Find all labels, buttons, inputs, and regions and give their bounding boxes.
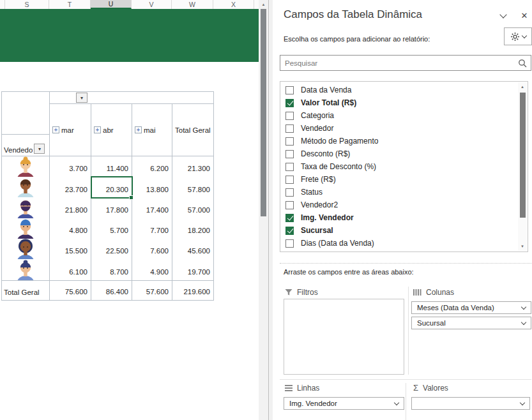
vendedor-avatar-cell[interactable]: [2, 198, 50, 218]
column-header-W[interactable]: W: [172, 0, 213, 9]
vendedor-avatar-cell[interactable]: [2, 259, 50, 280]
column-header-abr[interactable]: + abr: [91, 104, 132, 156]
colunas-field-pill[interactable]: Meses (Data da Venda): [411, 301, 531, 314]
pivot-value-cell[interactable]: 6.200: [132, 156, 172, 177]
pivot-value-cell[interactable]: 11.400: [91, 156, 132, 177]
search-input[interactable]: [280, 59, 518, 67]
pivot-value-cell[interactable]: 57.000: [172, 198, 213, 218]
vendedor-avatar-cell[interactable]: [2, 156, 50, 177]
field-checkbox[interactable]: [285, 227, 294, 235]
pivot-row-field-cell[interactable]: Vendedo ▾: [2, 135, 50, 156]
field-checkbox[interactable]: [285, 137, 294, 146]
scroll-up-icon[interactable]: ▲: [518, 82, 527, 91]
vendedor-avatar-cell[interactable]: [2, 239, 50, 259]
field-item[interactable]: Categoria: [280, 109, 528, 122]
linhas-field-pill[interactable]: Img. Vendedor: [284, 397, 404, 410]
green-banner-shape[interactable]: [0, 9, 259, 62]
pivot-value-cell[interactable]: 20.300: [91, 177, 132, 197]
field-checkbox[interactable]: [285, 150, 294, 158]
sheet-vertical-scrollbar[interactable]: ▲: [259, 0, 268, 420]
pivot-value-cell[interactable]: 18.200: [172, 218, 213, 239]
field-checkbox[interactable]: [285, 176, 294, 184]
scroll-down-icon[interactable]: ▼: [518, 242, 527, 251]
vendedor-avatar-cell[interactable]: [2, 218, 50, 239]
tools-button[interactable]: [504, 27, 532, 45]
pane-resize-gutter[interactable]: [269, 0, 273, 420]
field-item[interactable]: Sucursal: [280, 224, 528, 237]
pivot-value-cell[interactable]: 13.800: [132, 177, 172, 197]
field-item[interactable]: Frete (R$): [280, 173, 528, 186]
pivot-value-cell[interactable]: 3.700: [50, 156, 91, 177]
field-checkbox[interactable]: [285, 201, 294, 209]
field-checkbox[interactable]: [285, 124, 294, 133]
pane-close-button[interactable]: ✕: [518, 9, 531, 22]
pivot-value-cell[interactable]: 19.700: [172, 259, 213, 280]
pivot-value-cell[interactable]: 23.700: [50, 177, 91, 197]
column-header-S[interactable]: S: [5, 0, 49, 9]
field-list-scrollbar[interactable]: ▲ ▼: [518, 82, 527, 251]
field-item[interactable]: Img. Vendedor: [280, 211, 528, 224]
pivot-column-field-cell[interactable]: ▾: [50, 92, 213, 104]
scrollbar-thumb[interactable]: [520, 93, 526, 218]
pivot-value-cell[interactable]: 57.800: [172, 177, 213, 197]
grand-total-value-cell[interactable]: 57.600: [132, 280, 172, 300]
pivot-value-cell[interactable]: 4.900: [132, 259, 172, 280]
pivot-value-cell[interactable]: 6.100: [50, 259, 91, 280]
pivot-value-cell[interactable]: 7.600: [132, 239, 172, 259]
scrollbar-thumb[interactable]: [261, 9, 266, 216]
field-item[interactable]: Valor Total (R$): [280, 96, 528, 109]
columns-items: Meses (Data da Venda)Sucursal: [411, 301, 531, 332]
field-checkbox[interactable]: [285, 188, 294, 197]
column-header-mar[interactable]: + mar: [50, 104, 91, 156]
pivot-value-cell[interactable]: 4.800: [50, 218, 91, 239]
scroll-up-icon[interactable]: ▲: [259, 0, 268, 8]
column-field-filter-button[interactable]: ▾: [76, 93, 87, 103]
pivot-value-cell[interactable]: 21.300: [172, 156, 213, 177]
field-item[interactable]: Desconto (R$): [280, 147, 528, 160]
column-header-V[interactable]: V: [132, 0, 172, 9]
valores-field-pill[interactable]: [411, 397, 530, 410]
field-checkbox[interactable]: [285, 163, 294, 171]
expand-icon[interactable]: +: [94, 126, 101, 133]
column-header-partial[interactable]: [0, 0, 5, 9]
search-icon[interactable]: [518, 59, 527, 68]
field-item[interactable]: Vendedor: [280, 122, 528, 135]
pivot-value-cell[interactable]: 45.600: [172, 239, 213, 259]
field-item[interactable]: Vendedor2: [280, 199, 528, 211]
field-checkbox[interactable]: [285, 112, 294, 120]
vendedor-avatar-cell[interactable]: [2, 177, 50, 197]
column-header-X[interactable]: X: [213, 0, 254, 9]
pivot-value-cell[interactable]: 15.500: [50, 239, 91, 259]
field-item[interactable]: Dias (Data da Venda): [280, 237, 528, 250]
pivot-value-cell[interactable]: 8.700: [91, 259, 132, 280]
pivot-value-cell[interactable]: 7.700: [132, 218, 172, 239]
grand-total-value-cell[interactable]: 86.400: [91, 280, 132, 300]
row-field-filter-button[interactable]: ▾: [34, 144, 45, 154]
column-header-mai[interactable]: + mai: [132, 104, 172, 156]
field-item[interactable]: Data da Venda: [280, 84, 528, 96]
pivot-corner-cell[interactable]: [2, 92, 50, 135]
field-item[interactable]: Status: [280, 186, 528, 199]
pivot-value-cell[interactable]: 17.800: [91, 198, 132, 218]
field-checkbox[interactable]: [285, 86, 294, 94]
column-header-total-geral[interactable]: Total Geral: [172, 104, 213, 156]
pivot-value-cell[interactable]: 17.400: [132, 198, 172, 218]
column-header-U[interactable]: U: [91, 0, 132, 9]
expand-icon[interactable]: +: [135, 126, 142, 133]
filters-drop-area[interactable]: [284, 299, 404, 375]
grand-total-value-cell[interactable]: 219.600: [172, 280, 213, 300]
field-checkbox[interactable]: [285, 214, 294, 222]
field-checkbox[interactable]: [285, 239, 294, 248]
colunas-field-pill[interactable]: Sucursal: [411, 317, 531, 329]
pivot-value-cell[interactable]: 5.700: [91, 218, 132, 239]
grand-total-value-cell[interactable]: 75.600: [50, 280, 91, 300]
expand-icon[interactable]: +: [52, 126, 59, 133]
pivot-value-cell[interactable]: 21.800: [50, 198, 91, 218]
pivot-value-cell[interactable]: 22.500: [91, 239, 132, 259]
grand-total-row-label[interactable]: Total Geral: [2, 280, 50, 300]
column-header-T[interactable]: T: [49, 0, 91, 9]
field-item[interactable]: Método de Pagamento: [280, 135, 528, 147]
pane-collapse-button[interactable]: [498, 11, 509, 21]
field-item[interactable]: Taxa de Desconto (%): [280, 160, 528, 173]
field-checkbox[interactable]: [285, 99, 294, 107]
